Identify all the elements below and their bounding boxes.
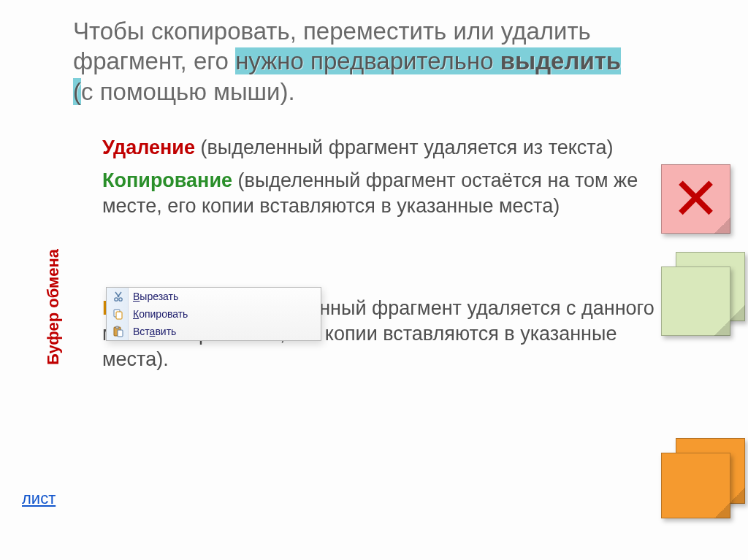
title-paren-open: ( [73, 78, 81, 105]
svg-point-1 [119, 298, 122, 301]
sheet-link[interactable]: лист [22, 489, 56, 508]
copy-term: Копирование [102, 169, 232, 191]
delete-term: Удаление [102, 137, 195, 158]
copy-icon [111, 307, 126, 321]
menu-label-paste: Вставить [133, 326, 176, 337]
copy-paragraph: Копирование (выделенный фрагмент остаётс… [102, 168, 665, 219]
cut-icon [111, 290, 126, 303]
svg-rect-3 [116, 312, 122, 319]
title-highlight: нужно предварительно выделить [235, 47, 621, 74]
svg-rect-5 [116, 326, 119, 329]
menu-item-cut[interactable]: Вырезать [107, 288, 321, 305]
title-suffix: с помощью мыши). [81, 78, 295, 105]
delete-paragraph: Удаление (выделенный фрагмент удаляется … [102, 135, 665, 161]
delete-card: ✕ [661, 164, 730, 234]
context-menu: Вырезать Копировать Вставить [106, 287, 321, 341]
svg-rect-6 [118, 330, 123, 337]
copy-card-front [661, 266, 730, 336]
delete-text: (выделенный фрагмент удаляется из текста… [195, 137, 613, 158]
menu-item-paste[interactable]: Вставить [107, 323, 321, 340]
slide-body: Удаление (выделенный фрагмент удаляется … [102, 135, 665, 380]
paste-icon [111, 325, 126, 338]
menu-label-cut: Вырезать [133, 291, 178, 302]
svg-point-0 [115, 298, 118, 301]
move-card-front [661, 453, 730, 518]
menu-label-copy: Копировать [133, 308, 188, 320]
clipboard-label: Буфер обмена [44, 249, 63, 365]
slide-title: Чтобы скопировать, переместить или удали… [73, 16, 672, 107]
menu-item-copy[interactable]: Копировать [107, 305, 321, 323]
